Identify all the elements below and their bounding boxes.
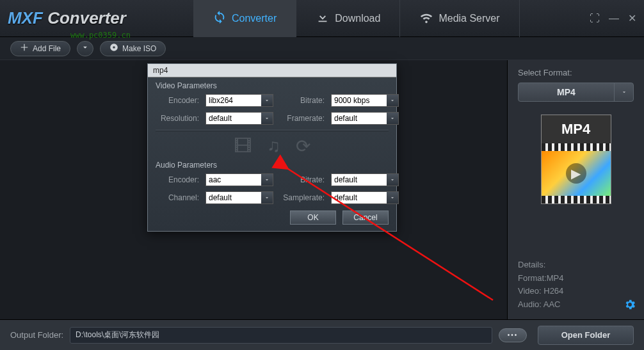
footer: Output Folder: ••• Open Folder xyxy=(0,319,644,350)
add-file-icon xyxy=(20,43,29,54)
dialog-body: Video Parameters Encoder: libx264 Bitrat… xyxy=(148,77,396,231)
toolbar: Add File Make ISO xyxy=(0,37,644,60)
details-head: Details: xyxy=(518,259,634,272)
encoder-label: Encoder: xyxy=(156,96,199,105)
add-file-label: Add File xyxy=(33,44,61,53)
format-thumbnail: MP4 xyxy=(541,115,611,204)
dialog-buttons: OK Cancel xyxy=(156,211,389,225)
tab-converter[interactable]: Converter xyxy=(193,0,296,37)
combo-value: default xyxy=(332,175,387,184)
bitrate-label: Bitrate: xyxy=(280,175,325,184)
window-controls: ⛶ — ✕ xyxy=(590,12,636,24)
film-icon: 🎞 xyxy=(234,136,252,157)
tab-label: Converter xyxy=(232,13,277,24)
dialog-title: mp4 xyxy=(148,64,396,77)
tab-media-server[interactable]: Media Server xyxy=(400,0,519,37)
chevron-down-icon xyxy=(81,43,90,54)
refresh-icon: ⟳ xyxy=(296,136,310,157)
decorative-icons: 🎞 ♫ ⟳ xyxy=(156,136,389,157)
parameters-dialog: mp4 Video Parameters Encoder: libx264 Bi… xyxy=(147,63,397,232)
combo-value: aac xyxy=(206,175,261,184)
video-section-head: Video Parameters xyxy=(156,81,389,90)
watermark-url: www.pc0359.cn xyxy=(70,31,131,40)
combo-value: 9000 kbps xyxy=(332,96,387,105)
thumb-preview xyxy=(542,151,611,196)
cancel-button[interactable]: Cancel xyxy=(342,211,389,225)
combo-value: default xyxy=(332,114,387,123)
video-encoder-select[interactable]: libx264 xyxy=(205,94,273,107)
chevron-down-icon xyxy=(387,113,398,124)
details-audio: Audio: AAC xyxy=(518,298,634,312)
video-bitrate-select[interactable]: 9000 kbps xyxy=(331,94,399,107)
encoder-label: Encoder: xyxy=(156,175,199,184)
sidebar: Select Format: MP4 MP4 Details: Format:M… xyxy=(507,60,644,319)
disc-icon xyxy=(109,43,118,54)
format-value: MP4 xyxy=(519,87,614,97)
combo-value: libx264 xyxy=(206,96,261,105)
work-area: mp4 Video Parameters Encoder: libx264 Bi… xyxy=(0,60,507,319)
combo-value: default xyxy=(206,193,261,202)
combo-value: default xyxy=(206,114,261,123)
output-folder-input[interactable] xyxy=(70,327,492,344)
channel-label: Channel: xyxy=(156,193,199,202)
make-iso-label: Make ISO xyxy=(122,44,156,53)
details-format: Format:MP4 xyxy=(518,272,634,285)
close-icon[interactable]: ✕ xyxy=(628,12,636,24)
audio-samplerate-select[interactable]: default xyxy=(331,191,399,204)
bitrate-label: Bitrate: xyxy=(280,96,325,105)
tabs: Converter Download Media Server xyxy=(193,0,520,37)
gear-icon[interactable] xyxy=(624,298,636,314)
add-file-dropdown[interactable] xyxy=(77,41,93,56)
wifi-icon xyxy=(419,10,433,27)
audio-bitrate-select[interactable]: default xyxy=(331,173,399,186)
output-folder-label: Output Folder: xyxy=(10,330,63,340)
tab-label: Media Server xyxy=(439,13,499,24)
chevron-down-icon xyxy=(387,192,398,203)
download-icon xyxy=(316,10,330,27)
chevron-down-icon xyxy=(387,174,398,186)
chevron-down-icon xyxy=(387,95,398,106)
framerate-label: Framerate: xyxy=(280,114,325,123)
details-video: Video: H264 xyxy=(518,285,634,298)
open-folder-button[interactable]: Open Folder xyxy=(538,326,634,345)
audio-channel-select[interactable]: default xyxy=(205,191,273,204)
chevron-down-icon xyxy=(261,113,273,124)
select-format-label: Select Format: xyxy=(518,68,634,77)
ok-button[interactable]: OK xyxy=(290,211,336,225)
chevron-down-icon xyxy=(614,83,633,101)
thumb-label: MP4 xyxy=(542,115,611,143)
audio-encoder-select[interactable]: aac xyxy=(205,173,273,186)
divider xyxy=(156,130,389,131)
chevron-down-icon xyxy=(261,95,273,106)
add-file-button[interactable]: Add File xyxy=(10,41,70,56)
refresh-icon xyxy=(213,10,227,27)
video-framerate-select[interactable]: default xyxy=(331,112,399,125)
video-params: Encoder: libx264 Bitrate: 9000 kbps Reso… xyxy=(156,94,389,125)
app-title: MXF MXF ConverterConverter xyxy=(8,8,126,28)
samplerate-label: Samplerate: xyxy=(280,193,325,202)
resolution-label: Resolution: xyxy=(156,114,199,123)
format-select[interactable]: MP4 xyxy=(518,83,634,102)
audio-section-head: Audio Parameters xyxy=(156,161,389,170)
film-strip-icon xyxy=(542,196,611,203)
tab-download[interactable]: Download xyxy=(296,0,400,37)
logo: MXF MXF ConverterConverter xyxy=(8,8,193,28)
music-icon: ♫ xyxy=(267,136,280,157)
maximize-icon[interactable]: ⛶ xyxy=(590,13,600,24)
film-strip-icon xyxy=(542,143,611,151)
audio-params: Encoder: aac Bitrate: default Channel: d… xyxy=(156,173,389,204)
make-iso-button[interactable]: Make ISO xyxy=(100,41,166,56)
chevron-down-icon xyxy=(261,192,273,203)
tab-label: Download xyxy=(335,13,380,24)
minimize-icon[interactable]: — xyxy=(609,13,619,24)
browse-button[interactable]: ••• xyxy=(499,328,527,342)
main: mp4 Video Parameters Encoder: libx264 Bi… xyxy=(0,60,644,319)
chevron-down-icon xyxy=(261,174,273,186)
video-resolution-select[interactable]: default xyxy=(205,112,273,125)
details: Details: Format:MP4 Video: H264 Audio: A… xyxy=(518,259,634,312)
combo-value: default xyxy=(332,193,387,202)
